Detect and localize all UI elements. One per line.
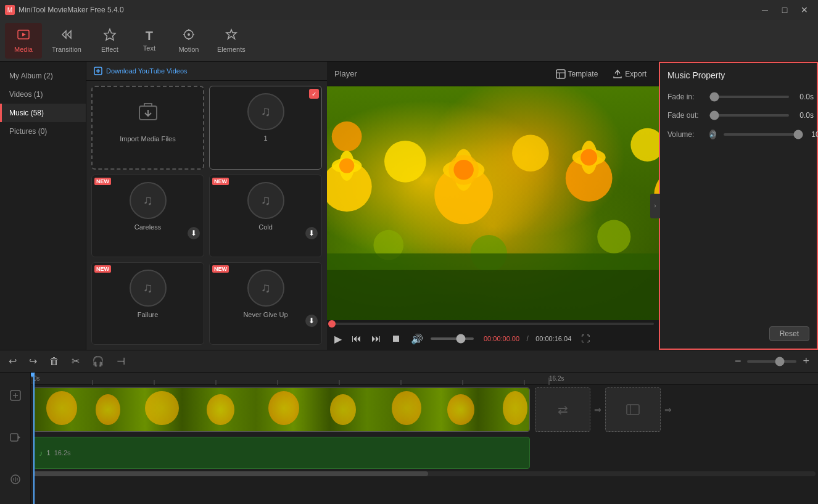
left-panel: My Album (2) Videos (1) Music (58) Pictu… — [0, 62, 327, 350]
cold-label: Cold — [258, 223, 273, 231]
title-bar: M MiniTool MovieMaker Free 5.4.0 ─ □ ✕ — [0, 0, 818, 20]
music-disc-careless: ♫ — [123, 179, 173, 222]
effect-icon — [103, 28, 117, 44]
download-youtube-label[interactable]: Download YouTube Videos — [106, 67, 188, 75]
svg-point-31 — [339, 158, 354, 173]
toolbar: Media Transition Effect T Text Motion El… — [0, 20, 818, 62]
check-badge-1: ✓ — [309, 89, 319, 99]
sidebar-item-my-album[interactable]: My Album (2) — [0, 67, 86, 85]
audio-detach-button[interactable]: 🎧 — [88, 354, 108, 368]
audio-note-icon: ♪ — [39, 448, 43, 458]
zoom-slider[interactable] — [747, 360, 796, 363]
volume-label: Volume: — [667, 130, 704, 139]
split-button[interactable]: ⊣ — [113, 354, 129, 368]
sidebar-item-music[interactable]: Music (58) — [0, 104, 86, 122]
fade-out-slider[interactable] — [709, 114, 789, 117]
zoom-out-button[interactable]: − — [731, 353, 745, 369]
careless-label: Careless — [134, 223, 161, 231]
new-badge-failure: NEW — [94, 265, 111, 273]
svg-point-15 — [630, 128, 659, 162]
music-item-never[interactable]: NEW ♫ ⬇ Never Give Up — [209, 262, 322, 345]
main-content: My Album (2) Videos (1) Music (58) Pictu… — [0, 62, 818, 350]
toolbar-motion[interactable]: Motion — [170, 23, 207, 59]
time-separator: / — [524, 334, 531, 343]
timeline-scrollbar[interactable] — [33, 471, 816, 476]
total-time: 00:00:16.04 — [535, 335, 571, 342]
music-disc-failure: ♫ — [123, 266, 173, 310]
sidebar-item-pictures[interactable]: Pictures (0) — [0, 122, 86, 141]
video-preview — [327, 86, 659, 320]
audio-track-icon[interactable] — [10, 474, 21, 487]
music-disc-cold: ♫ — [241, 179, 291, 222]
stop-button[interactable]: ⏹ — [389, 332, 403, 345]
import-media-item[interactable]: Import Media Files — [91, 86, 204, 170]
player-panel: Player Template Export — [327, 62, 659, 350]
toolbar-effect[interactable]: Effect — [91, 23, 128, 59]
fullscreen-button[interactable]: ⛶ — [581, 334, 590, 344]
audio-track: ♪ 1 16.2s — [31, 434, 818, 471]
reset-button[interactable]: Reset — [769, 326, 809, 341]
player-controls-top: Template Export — [551, 67, 651, 81]
toolbar-text[interactable]: T Text — [131, 23, 168, 59]
toolbar-elements[interactable]: Elements — [210, 23, 253, 59]
player-header: Player Template Export — [327, 62, 659, 86]
music-label-1: 1 — [263, 134, 267, 142]
volume-value: 100% — [811, 130, 818, 139]
transition-slot-1[interactable]: ⇄ — [535, 387, 590, 432]
download-btn-never[interactable]: ⬇ — [305, 315, 318, 327]
fade-out-label: Fade out: — [667, 111, 704, 120]
zoom-in-button[interactable]: + — [799, 353, 813, 369]
collapse-panel-button[interactable]: › — [650, 194, 660, 218]
svg-marker-2 — [104, 29, 115, 40]
audio-track-number: 1 — [47, 449, 51, 456]
fade-in-slider[interactable] — [709, 96, 789, 98]
download-btn-cold[interactable]: ⬇ — [305, 227, 318, 239]
volume-row: Volume: 🔊 100% — [667, 130, 809, 139]
motion-label: Motion — [178, 46, 199, 53]
player-title: Player — [334, 69, 357, 78]
transition-arrow-2: ⇒ — [663, 387, 673, 432]
cut-button[interactable]: ✂ — [68, 354, 83, 368]
svg-marker-1 — [22, 33, 26, 36]
rewind-button[interactable]: ⏮ — [349, 332, 364, 345]
play-button[interactable]: ▶ — [332, 332, 344, 346]
elements-label: Elements — [217, 46, 246, 53]
scrollbar-thumb[interactable] — [33, 471, 428, 476]
minimize-button[interactable]: ─ — [756, 4, 774, 16]
progress-thumb[interactable] — [328, 320, 336, 328]
failure-label: Failure — [138, 311, 159, 318]
video-track-icon[interactable] — [10, 432, 21, 445]
close-button[interactable]: ✕ — [796, 4, 813, 16]
player-progress[interactable] — [327, 320, 659, 328]
export-button[interactable]: Export — [608, 67, 651, 81]
template-button[interactable]: Template — [551, 67, 603, 81]
transition-slot-2[interactable] — [605, 387, 661, 432]
svg-rect-21 — [327, 270, 659, 320]
media-label: Media — [14, 46, 33, 53]
volume-button[interactable]: 🔊 — [408, 332, 426, 346]
audio-clip[interactable]: ♪ 1 16.2s — [33, 437, 530, 469]
download-btn-careless[interactable]: ⬇ — [188, 227, 200, 239]
import-icon — [123, 91, 173, 134]
svg-marker-5 — [226, 30, 236, 39]
svg-rect-8 — [556, 70, 565, 78]
delete-button[interactable]: 🗑 — [46, 355, 63, 368]
music-item-careless[interactable]: NEW ♫ ⬇ Careless — [91, 175, 204, 257]
maximize-button[interactable]: □ — [776, 4, 793, 16]
music-item-failure[interactable]: NEW ♫ Failure — [91, 262, 204, 345]
music-item-cold[interactable]: NEW ♫ ⬇ Cold — [209, 175, 322, 257]
music-item-1[interactable]: ♫ ✓ 1 — [209, 86, 322, 170]
toolbar-media[interactable]: Media — [5, 23, 42, 59]
volume-slider[interactable] — [431, 337, 474, 340]
music-disc-never: ♫ — [241, 266, 291, 310]
title-bar-controls[interactable]: ─ □ ✕ — [756, 4, 813, 16]
video-clip[interactable] — [33, 387, 530, 432]
volume-property-slider[interactable] — [724, 133, 803, 136]
toolbar-transition[interactable]: Transition — [44, 23, 89, 59]
undo-button[interactable]: ↩ — [5, 354, 20, 368]
add-track-icon[interactable] — [10, 390, 21, 403]
sidebar-item-videos[interactable]: Videos (1) — [0, 85, 86, 104]
progress-bar[interactable] — [332, 323, 654, 325]
redo-button[interactable]: ↪ — [25, 354, 41, 368]
fast-forward-button[interactable]: ⏭ — [369, 332, 384, 345]
